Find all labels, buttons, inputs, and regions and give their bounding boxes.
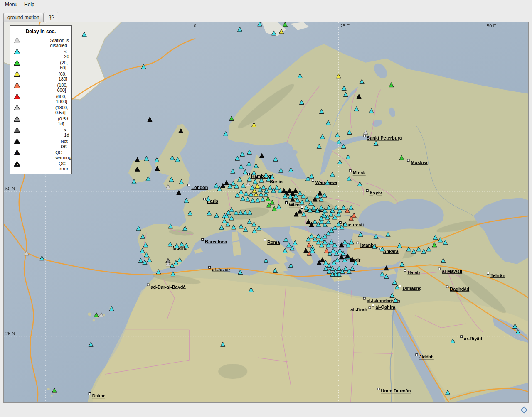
city-label: Berlin [270, 179, 283, 184]
legend-label: (0.5d, 1d] [58, 116, 71, 126]
map-canvas[interactable]: LondonParisHamburgBerlinWarszawaMinskMos… [4, 22, 528, 402]
tab-bar: ground motionqc [3, 12, 59, 22]
legend-label: (1800, 0.5d] [55, 105, 71, 115]
canary-4 [93, 319, 95, 321]
canary-1 [88, 312, 91, 316]
legend-label: < 20 [64, 49, 71, 59]
station-triangle-icon [13, 115, 54, 127]
legend: Delay in sec. Station is disabled< 20(20… [10, 25, 72, 174]
capeverde-3 [51, 395, 53, 397]
basemap [4, 22, 528, 402]
city-marker: Warszawa [312, 179, 337, 185]
lake-vanern [291, 150, 298, 154]
city-label: Moskva [411, 160, 428, 165]
city-label: Minsk [353, 170, 366, 175]
city-marker: Barcelona [202, 238, 227, 244]
tab-qc[interactable]: qc [44, 12, 59, 22]
city-label: Barcelona [205, 239, 227, 244]
menu-item-help[interactable]: Help [21, 1, 38, 8]
map-area[interactable]: LondonParisHamburgBerlinWarszawaMinskMos… [3, 22, 529, 403]
legend-item: ?QC error [10, 160, 71, 172]
legend-item: (180, 600] [10, 82, 71, 93]
legend-label: QC error [59, 161, 71, 171]
longitude-label: 25 E [340, 23, 350, 28]
city-marker: ad-Dar-al-Baydâ [147, 284, 186, 289]
svg-text:!: ! [17, 152, 18, 156]
city-marker: al-Jazair [209, 266, 231, 272]
station-triangle-icon [13, 138, 57, 149]
city-label: Tehrân [490, 273, 505, 278]
legend-title: Delay in sec. [10, 27, 71, 37]
tab-ground-motion[interactable]: ground motion [3, 13, 44, 22]
station-triangle-icon [13, 93, 52, 104]
longitude-label: 50 E [487, 23, 496, 28]
menu-item-menu[interactable]: Menu [2, 1, 21, 8]
city-label: al-Jîzah [350, 307, 367, 312]
legend-label: QC warning [55, 150, 71, 160]
city-marker: Baghdâd [446, 286, 469, 291]
city-label: al-Mawsil [442, 269, 462, 274]
legend-item: (0.5d, 1d] [10, 115, 71, 127]
city-label: ad-Dar-al-Baydâ [150, 285, 186, 289]
legend-item: > 1d [10, 127, 71, 138]
city-label: Baghdâd [450, 287, 469, 292]
city-marker: al-Qahira [372, 304, 396, 309]
legend-label: (600, 1800] [56, 94, 71, 104]
station-triangle-icon: ? [13, 160, 55, 172]
city-label: Jiddah [419, 354, 434, 359]
city-marker: Umm Durmân [377, 388, 411, 393]
city-marker: Sankt Peterburg [363, 135, 402, 140]
station-triangle-icon [13, 59, 57, 71]
station-triangle-icon [13, 104, 52, 115]
status-diamond-icon[interactable] [521, 407, 528, 414]
city-label: al-Qahira [376, 304, 396, 309]
legend-label: (60, 180] [59, 71, 71, 81]
legend-label: Not set [61, 139, 71, 149]
legend-item: (1800, 0.5d] [10, 104, 71, 115]
city-marker: al-Mawsil [438, 268, 462, 273]
latitude-label: 25 N [5, 331, 15, 336]
legend-item: (60, 180] [10, 71, 71, 82]
station-triangle-icon [13, 71, 55, 82]
city-marker: Dimashq [399, 285, 422, 290]
legend-items: Station is disabled< 20(20, 60](60, 180]… [10, 37, 71, 172]
longitude-label: 0 [194, 23, 196, 28]
city-label: London [191, 185, 208, 190]
legend-item: !QC warning [10, 149, 71, 160]
station-triangle-icon [13, 37, 47, 48]
legend-label: > 1d [64, 128, 71, 137]
station-triangle-icon [13, 48, 61, 59]
legend-item: < 20 [10, 48, 71, 59]
station-triangle-icon [13, 82, 54, 93]
city-label: Sankt Peterburg [367, 135, 402, 140]
legend-item: Station is disabled [10, 37, 71, 48]
status-bar [0, 403, 532, 417]
city-label: Ankara [383, 249, 399, 254]
legend-item: (20, 60] [10, 59, 71, 71]
menu-bar: MenuHelp [0, 0, 532, 9]
legend-item: (600, 1800] [10, 93, 71, 104]
legend-label: Station is disabled [50, 38, 71, 48]
city-label: Umm Durmân [381, 388, 411, 393]
legend-label: (20, 60] [60, 60, 71, 70]
station-triangle-icon [13, 127, 61, 138]
city-label: Wien [289, 202, 300, 207]
city-label: Roma [267, 240, 280, 245]
station-triangle-icon: ! [13, 149, 52, 160]
city-label: Kyyiv [370, 190, 382, 195]
city-label: Halab [407, 270, 420, 275]
svg-text:?: ? [16, 163, 18, 167]
city-label: al-Jazair [212, 267, 231, 272]
capeverde-1 [47, 388, 50, 390]
city-label: Dakar [92, 393, 105, 398]
legend-item: Not set [10, 138, 71, 149]
city-label: ar-Riyâd [464, 336, 482, 341]
city-marker: ar-Riyâd [461, 336, 482, 341]
latitude-label: 50 N [5, 186, 15, 191]
legend-label: (180, 600] [57, 83, 72, 93]
city-label: Dimashq [402, 286, 421, 291]
